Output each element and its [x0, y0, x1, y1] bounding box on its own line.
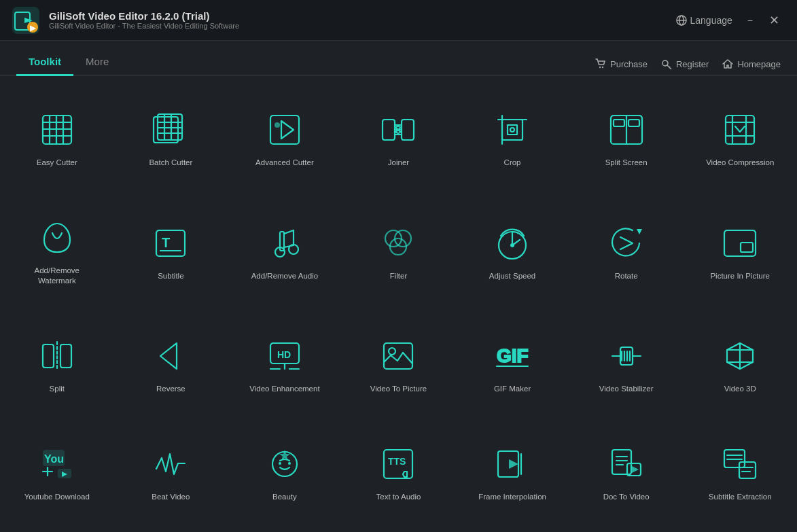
tool-advanced-cutter[interactable]: Advanced Cutter — [228, 83, 342, 191]
beat-video-icon — [149, 443, 192, 485]
frame-interpolation-icon — [491, 443, 533, 485]
beat-video-label: Beat Video — [152, 492, 190, 502]
video-enhancement-icon: HD — [264, 335, 306, 377]
cart-icon — [595, 58, 606, 69]
globe-icon — [676, 15, 687, 26]
register-button[interactable]: Register — [661, 58, 709, 69]
tool-video-enhancement[interactable]: HD Video Enhancement — [228, 309, 342, 417]
tool-video-compression[interactable]: Video Compression — [683, 83, 797, 191]
advanced-cutter-icon — [264, 109, 306, 151]
homepage-label: Homepage — [737, 59, 781, 69]
svg-marker-60 — [637, 229, 642, 234]
titlebar-controls: Language − ✕ — [671, 10, 786, 31]
svg-rect-64 — [60, 344, 71, 368]
app-title: GiliSoft Video Editor 16.2.0 (Trial) — [49, 10, 671, 22]
app-logo: ▶ — [11, 5, 41, 35]
tool-video-to-picture[interactable]: Video To Picture — [342, 309, 456, 417]
tool-beauty[interactable]: Beauty — [228, 417, 342, 525]
tool-batch-cutter[interactable]: Batch Cutter — [114, 83, 228, 191]
tool-youtube-download[interactable]: You Youtube Download — [0, 417, 114, 525]
purchase-button[interactable]: Purchase — [595, 58, 648, 69]
tool-split[interactable]: Split — [0, 309, 114, 417]
tool-video-3d[interactable]: Video 3D — [683, 309, 797, 417]
adjust-speed-label: Adjust Speed — [489, 271, 535, 281]
svg-rect-40 — [614, 120, 624, 126]
reverse-label: Reverse — [156, 384, 185, 394]
svg-text:You: You — [44, 453, 64, 465]
reverse-icon — [149, 335, 192, 377]
key-icon — [661, 58, 672, 69]
tools-grid: Easy Cutter Batch Cutter Advanced Cutter… — [0, 76, 797, 532]
batch-cutter-label: Batch Cutter — [149, 158, 192, 168]
tool-reverse[interactable]: Reverse — [114, 309, 228, 417]
svg-point-59 — [510, 243, 514, 247]
svg-rect-41 — [628, 120, 639, 126]
tool-add-remove-watermark[interactable]: Add/Remove Watermark — [0, 191, 114, 309]
svg-text:GIF: GIF — [497, 345, 529, 366]
svg-text:T: T — [162, 235, 170, 250]
tool-text-to-audio[interactable]: TTS Text to Audio — [342, 417, 456, 525]
split-label: Split — [50, 384, 65, 394]
tool-easy-cutter[interactable]: Easy Cutter — [0, 83, 114, 191]
tool-adjust-speed[interactable]: Adjust Speed — [455, 191, 569, 309]
pip-label: Picture In Picture — [710, 271, 770, 281]
svg-rect-42 — [726, 116, 754, 144]
video-stabilizer-label: Video Stabilizer — [599, 384, 654, 394]
audio-label: Add/Remove Audio — [251, 271, 318, 281]
tool-frame-interpolation[interactable]: Frame Interpolation — [455, 417, 569, 525]
pip-icon — [719, 222, 761, 264]
svg-point-8 — [599, 67, 601, 68]
svg-rect-36 — [508, 125, 517, 135]
easy-cutter-label: Easy Cutter — [37, 158, 77, 168]
subtitle-extraction-icon — [719, 443, 761, 485]
tool-split-screen[interactable]: Split Screen — [569, 83, 684, 191]
menu-right: Purchase Register Homepage — [595, 58, 781, 69]
rotate-label: Rotate — [615, 271, 638, 281]
tool-video-stabilizer[interactable]: Video Stabilizer — [569, 309, 684, 417]
minimize-button[interactable]: − — [742, 12, 758, 29]
svg-rect-47 — [156, 230, 185, 256]
tab-more[interactable]: More — [73, 49, 121, 76]
tool-filter[interactable]: Filter — [342, 191, 456, 309]
split-screen-icon — [605, 109, 648, 151]
menubar: Toolkit More Purchase Register Homepag — [0, 41, 797, 76]
tool-rotate[interactable]: Rotate — [569, 191, 684, 309]
beauty-label: Beauty — [272, 492, 297, 502]
tool-joiner[interactable]: Joiner — [342, 83, 456, 191]
svg-marker-28 — [281, 121, 294, 139]
svg-rect-72 — [384, 343, 412, 369]
register-label: Register — [676, 59, 709, 69]
svg-line-12 — [669, 67, 670, 67]
homepage-button[interactable]: Homepage — [722, 58, 781, 69]
tool-gif-maker[interactable]: GIF GIF Maker — [455, 309, 569, 417]
tool-picture-in-picture[interactable]: Picture In Picture — [683, 191, 797, 309]
svg-marker-100 — [632, 466, 639, 473]
watermark-icon — [36, 217, 78, 259]
audio-icon — [264, 222, 306, 264]
svg-marker-93 — [509, 459, 518, 469]
tool-crop[interactable]: Crop — [455, 83, 569, 191]
doc-to-video-label: Doc To Video — [603, 492, 650, 502]
tool-add-remove-audio[interactable]: Add/Remove Audio — [228, 191, 342, 309]
rotate-icon — [605, 222, 648, 264]
purchase-label: Purchase — [610, 59, 648, 69]
tab-toolkit[interactable]: Toolkit — [16, 49, 73, 76]
svg-rect-27 — [270, 116, 299, 144]
video-to-picture-icon — [377, 335, 419, 377]
subtitle-extraction-label: Subtitle Extraction — [709, 492, 772, 502]
tool-subtitle[interactable]: T Subtitle — [114, 191, 228, 309]
svg-rect-62 — [741, 243, 753, 252]
svg-point-9 — [602, 67, 603, 68]
video-3d-label: Video 3D — [724, 384, 756, 394]
close-button[interactable]: ✕ — [762, 10, 786, 31]
language-button[interactable]: Language — [671, 12, 738, 29]
tool-subtitle-extraction[interactable]: Subtitle Extraction — [683, 417, 797, 525]
tool-beat-video[interactable]: Beat Video — [114, 417, 228, 525]
tool-doc-to-video[interactable]: Doc To Video — [569, 417, 684, 525]
split-screen-label: Split Screen — [605, 158, 648, 168]
titlebar: ▶ GiliSoft Video Editor 16.2.0 (Trial) G… — [0, 0, 797, 41]
text-to-audio-label: Text to Audio — [376, 492, 421, 502]
doc-to-video-icon — [605, 443, 648, 485]
svg-marker-66 — [160, 343, 177, 369]
batch-cutter-icon — [149, 109, 192, 151]
